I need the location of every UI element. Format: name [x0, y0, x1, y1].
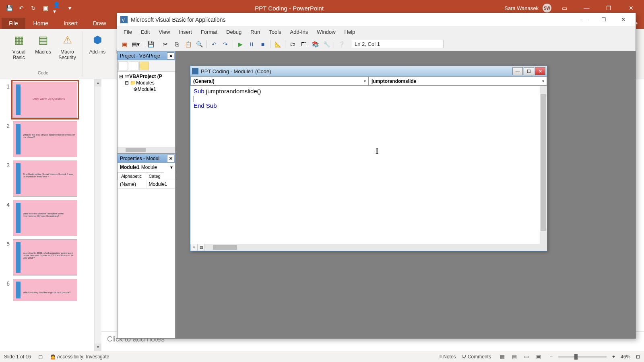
normal-view-icon[interactable]: ▦	[497, 352, 508, 361]
thumb-row[interactable]: 1Daily Warm Up Questions	[2, 82, 93, 118]
view-object-icon[interactable]	[129, 62, 138, 70]
paste-icon[interactable]: 📋	[183, 39, 193, 49]
props-tab-categorized[interactable]: Categ	[145, 172, 164, 180]
code-editor[interactable]: Sub jumptorandomslide() End Sub I	[190, 86, 540, 244]
properties-pane-close-icon[interactable]: ✕	[167, 155, 174, 162]
properties-pane-title[interactable]: Properties - Modul ✕	[118, 154, 175, 163]
menu-edit[interactable]: Edit	[137, 27, 154, 37]
minimize-icon[interactable]: ―	[578, 2, 596, 14]
accessibility-status[interactable]: 🙍 Accessibility: Investigate	[50, 354, 109, 360]
object-dropdown[interactable]: (General)	[190, 76, 369, 86]
fit-to-window-icon[interactable]: ⊡	[636, 354, 640, 360]
menu-help[interactable]: Help	[341, 27, 359, 37]
procedure-dropdown[interactable]: jumptorandomslide	[369, 76, 547, 86]
code-hscrollbar[interactable]	[205, 244, 547, 251]
menu-addins[interactable]: Add-Ins	[286, 27, 312, 37]
reset-icon[interactable]: ■	[258, 39, 268, 49]
object-browser-icon[interactable]: 📚	[310, 39, 320, 49]
slide-thumb-4[interactable]: Who was the seventh President of the Int…	[13, 200, 77, 236]
undo-icon[interactable]: ↶	[17, 4, 26, 12]
view-code-icon[interactable]	[118, 62, 128, 70]
code-titlebar[interactable]: PPT Coding - Module1 (Code) ― ☐ ✕	[190, 66, 547, 76]
ribbon-display-icon[interactable]: ▭	[555, 2, 574, 14]
tab-insert[interactable]: Insert	[56, 18, 85, 29]
tree-modules-folder[interactable]: ⊟ 📁 Modules	[119, 80, 173, 86]
code-minimize-icon[interactable]: ―	[512, 67, 523, 75]
vbe-mdi-area[interactable]: PPT Coding - Module1 (Code) ― ☐ ✕ (Gener…	[175, 51, 636, 338]
full-module-view-icon[interactable]: ▤	[198, 244, 205, 251]
view-powerpoint-icon[interactable]: ▣	[120, 39, 129, 49]
undo-icon[interactable]: ↶	[209, 39, 219, 49]
insert-module-icon[interactable]: ▤▾	[131, 39, 140, 49]
tab-file[interactable]: File	[2, 18, 25, 29]
project-explorer-icon[interactable]: 🗂	[288, 39, 297, 49]
start-from-beginning-icon[interactable]: ▣	[41, 4, 50, 12]
save-icon[interactable]: 💾	[5, 4, 14, 12]
zoom-out-icon[interactable]: −	[550, 354, 553, 360]
menu-tools[interactable]: Tools	[265, 27, 285, 37]
project-tree[interactable]: ⊟ 🗃 VBAProject (P ⊟ 📁 Modules ⚙ Module1	[118, 72, 175, 147]
help-icon[interactable]: ❔	[336, 39, 346, 49]
addins-button[interactable]: ⬢ Add-ins	[86, 31, 109, 76]
properties-object-selector[interactable]: Module1 Module ▾	[118, 163, 175, 172]
vbe-minimize-icon[interactable]: ―	[575, 14, 593, 25]
slide-thumb-1[interactable]: Daily Warm Up Questions	[13, 82, 77, 118]
run-icon[interactable]: ▶	[235, 39, 245, 49]
zoom-level[interactable]: 46%	[621, 354, 630, 360]
user-name[interactable]: Sara Wanasek	[504, 5, 539, 11]
menu-view[interactable]: View	[155, 27, 174, 37]
thumbnail-list[interactable]: 1Daily Warm Up Questions 2What is the th…	[0, 79, 94, 351]
visual-basic-button[interactable]: ▦ Visual Basic	[7, 31, 31, 69]
redo-icon[interactable]: ↻	[29, 4, 38, 12]
props-row-name[interactable]: (Name) Module1	[118, 180, 175, 189]
notes-button[interactable]: ≡ Notes	[439, 354, 456, 360]
find-icon[interactable]: 🔍	[194, 39, 204, 49]
slide-sorter-icon[interactable]: ▤	[509, 352, 520, 361]
slideshow-icon[interactable]: ▣	[533, 352, 544, 361]
toggle-folders-icon[interactable]	[139, 62, 149, 70]
slide-thumb-3[interactable]: First Earth orbiter Soviet Union's Sputn…	[13, 160, 77, 197]
thumb-row[interactable]: 2What is the third largest continental l…	[2, 121, 93, 157]
tab-draw[interactable]: Draw	[86, 18, 114, 29]
zoom-in-icon[interactable]: +	[612, 354, 615, 360]
menu-insert[interactable]: Insert	[175, 27, 196, 37]
redo-icon[interactable]: ↷	[221, 39, 230, 49]
macro-security-button[interactable]: ⚠ Macro Security	[56, 31, 79, 69]
thumb-row[interactable]: 5Launched in 2006, which planetary explo…	[2, 239, 93, 276]
vbe-titlebar[interactable]: V Microsoft Visual Basic for Application…	[117, 13, 636, 26]
vbe-maximize-icon[interactable]: ☐	[594, 14, 613, 25]
comments-button[interactable]: 🗨 Comments	[462, 354, 491, 360]
code-maximize-icon[interactable]: ☐	[524, 67, 534, 75]
zoom-slider[interactable]	[558, 356, 607, 358]
copy-icon[interactable]: ⎘	[172, 39, 182, 49]
menu-format[interactable]: Format	[197, 27, 221, 37]
menu-debug[interactable]: Debug	[222, 27, 246, 37]
properties-icon[interactable]: 🗔	[299, 39, 309, 49]
project-pane-close-icon[interactable]: ✕	[167, 52, 174, 60]
scroll-up-icon[interactable]: ▲	[95, 79, 101, 86]
project-pane-title[interactable]: Project - VBAProje ✕	[118, 51, 175, 60]
tree-project-root[interactable]: ⊟ 🗃 VBAProject (P	[119, 73, 173, 80]
scroll-down-icon[interactable]: ▼	[95, 343, 101, 351]
macros-button[interactable]: ▤ Macros	[31, 31, 55, 69]
qat-customize-icon[interactable]: ▾	[65, 4, 74, 12]
tab-home[interactable]: Home	[26, 18, 56, 29]
save-icon[interactable]: 💾	[146, 39, 155, 49]
thumb-row[interactable]: 4Who was the seventh President of the In…	[2, 200, 93, 236]
code-close-icon[interactable]: ✕	[535, 67, 545, 75]
thumb-row[interactable]: 6Which country has the origin of Inuit p…	[2, 279, 93, 301]
slide-thumb-2[interactable]: What is the third largest continental la…	[13, 121, 77, 157]
close-icon[interactable]: ✕	[622, 2, 640, 14]
language-icon[interactable]: ▢	[38, 354, 43, 360]
menu-window[interactable]: Window	[313, 27, 339, 37]
props-tab-alphabetic[interactable]: Alphabetic	[118, 172, 145, 180]
project-hscrollbar[interactable]	[118, 147, 175, 153]
vbe-close-icon[interactable]: ✕	[614, 14, 632, 25]
procedure-view-icon[interactable]: ≡	[190, 244, 198, 251]
slide-thumb-5[interactable]: Launched in 2006, which planetary explor…	[13, 239, 77, 276]
toolbox-icon[interactable]: 🔧	[322, 39, 331, 49]
maximize-icon[interactable]: ❐	[600, 2, 618, 14]
tree-module1[interactable]: ⚙ Module1	[119, 86, 173, 93]
user-avatar[interactable]: SW	[543, 4, 551, 12]
slide-counter[interactable]: Slide 1 of 16	[4, 354, 31, 360]
